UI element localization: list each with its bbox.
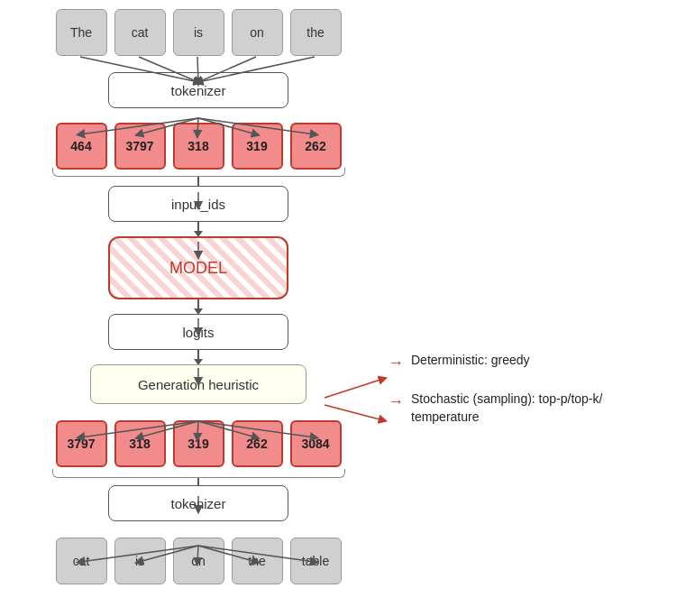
input-words-row: Thecatisonthe bbox=[27, 9, 370, 56]
output-token-box: 3797 bbox=[56, 420, 107, 467]
annotation-stochastic: → Stochastic (sampling): top-p/top-k/ te… bbox=[388, 391, 658, 426]
output-token-box: 3084 bbox=[290, 420, 342, 467]
input-token-box: 319 bbox=[232, 123, 283, 170]
output-tokens-row: 37973183192623084 bbox=[27, 420, 370, 467]
token-bracket-bottom bbox=[52, 168, 345, 177]
input-word-box: is bbox=[173, 9, 224, 56]
logits-label: logits bbox=[182, 325, 214, 340]
input-token-box: 262 bbox=[290, 123, 342, 170]
tokenizer2-row: tokenizer bbox=[27, 485, 370, 521]
input-ids-label: input_ids bbox=[171, 197, 225, 212]
input-token-box: 3797 bbox=[114, 123, 166, 170]
output-token-box: 262 bbox=[232, 420, 283, 467]
output-token-bracket bbox=[52, 469, 345, 478]
logits-box: logits bbox=[108, 314, 288, 350]
tokenizer2-label: tokenizer bbox=[171, 496, 226, 511]
input-ids-box: input_ids bbox=[108, 186, 288, 222]
words-to-tokenizer-arrows bbox=[54, 56, 343, 72]
input-word-box: the bbox=[290, 9, 342, 56]
arrow-deterministic: → bbox=[388, 354, 404, 372]
input-word-box: on bbox=[232, 9, 283, 56]
output-words-row: catisonthetable bbox=[27, 538, 370, 584]
output-token-box: 319 bbox=[173, 420, 224, 467]
model-row: MODEL bbox=[27, 236, 370, 299]
input-token-box: 464 bbox=[56, 123, 107, 170]
logits-row: logits bbox=[27, 314, 370, 350]
output-word-box: cat bbox=[56, 538, 107, 584]
gen-heuristic-label: Generation heuristic bbox=[138, 377, 259, 392]
output-word-box: the bbox=[232, 538, 283, 584]
input-word-box: cat bbox=[114, 9, 166, 56]
tokenizer-row: tokenizer bbox=[27, 72, 370, 108]
model-box: MODEL bbox=[108, 236, 288, 299]
tokenizer-label: tokenizer bbox=[171, 83, 226, 98]
tokenizer2-box: tokenizer bbox=[108, 485, 288, 521]
output-word-box: on bbox=[173, 538, 224, 584]
input-token-box: 318 bbox=[173, 123, 224, 170]
gen-heuristic-box: Generation heuristic bbox=[90, 364, 306, 404]
output-token-box: 318 bbox=[114, 420, 166, 467]
model-label: MODEL bbox=[169, 259, 227, 278]
annotations-panel: → Deterministic: greedy → Stochastic (sa… bbox=[388, 352, 658, 444]
input-ids-row: input_ids bbox=[27, 186, 370, 222]
arrow-stochastic: → bbox=[388, 392, 404, 411]
gen-heuristic-row: Generation heuristic bbox=[27, 364, 370, 404]
annotation-stochastic-text: Stochastic (sampling): top-p/top-k/ temp… bbox=[411, 391, 658, 426]
output-word-box: table bbox=[290, 538, 342, 584]
output-word-box: is bbox=[114, 538, 166, 584]
input-tokens-row: 4643797318319262 bbox=[27, 123, 370, 170]
tokenizer-box: tokenizer bbox=[108, 72, 288, 108]
annotation-deterministic-text: Deterministic: greedy bbox=[411, 352, 530, 370]
input-word-box: The bbox=[56, 9, 107, 56]
annotation-deterministic: → Deterministic: greedy bbox=[388, 352, 658, 372]
